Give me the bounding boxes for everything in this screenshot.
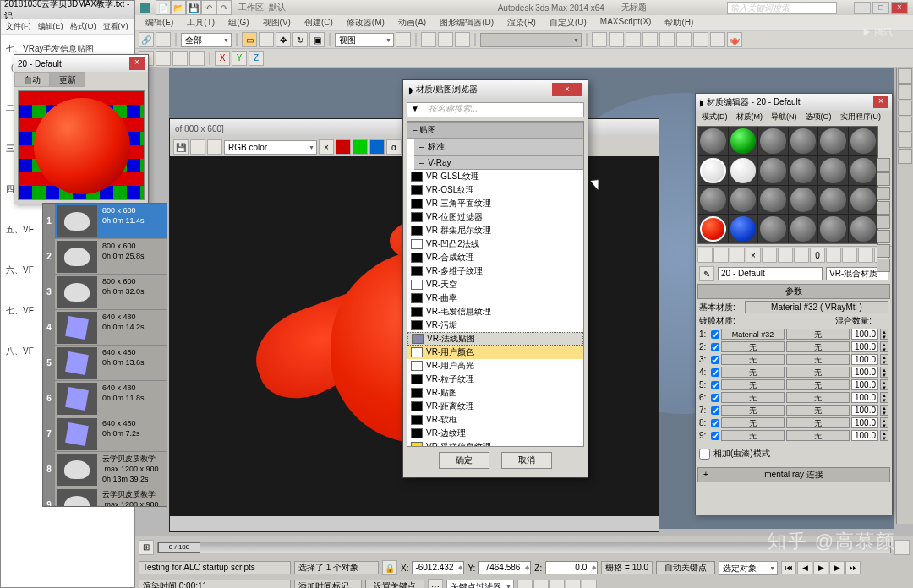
orbit-icon[interactable] — [566, 580, 581, 588]
blend-map-button[interactable]: 无 — [786, 430, 850, 441]
map-item[interactable]: VR-天空 — [407, 278, 583, 291]
map-item[interactable]: VR-边纹理 — [407, 427, 583, 440]
show-map-icon[interactable] — [826, 248, 841, 263]
menu-graph[interactable]: 图形编辑器(D) — [433, 15, 500, 30]
material-slot[interactable] — [698, 186, 728, 215]
select-icon[interactable]: ▭ — [242, 32, 257, 47]
help-search-input[interactable]: 输入关键词搜索 — [727, 2, 837, 14]
snap4-icon[interactable] — [189, 51, 205, 66]
axis-x-icon[interactable]: X — [215, 51, 230, 66]
blend-amount-input[interactable]: 100.0 — [851, 354, 878, 365]
map-item[interactable]: VR-毛发信息纹理 — [407, 305, 583, 318]
material-slot[interactable] — [758, 215, 788, 243]
blend-enable-checkbox[interactable] — [711, 368, 719, 377]
coat-material-button[interactable]: 无 — [721, 341, 785, 352]
notepad-menu-file[interactable]: 文件(F) — [3, 19, 35, 34]
rollout-mentalray[interactable]: + mental ray 连接 — [697, 467, 890, 482]
material-slot[interactable] — [818, 127, 848, 155]
map-item[interactable]: VR-合成纹理 — [407, 251, 583, 264]
setkey-button[interactable]: 设置关键点 — [365, 580, 424, 588]
select-by-mat-icon[interactable] — [877, 259, 890, 272]
maximize-button[interactable]: □ — [872, 2, 889, 14]
coat-material-button[interactable]: 无 — [721, 405, 785, 416]
coat-material-button[interactable]: 无 — [721, 392, 785, 403]
material-slot[interactable] — [849, 127, 878, 155]
unlink-icon[interactable] — [156, 32, 171, 47]
align-icon[interactable] — [609, 32, 624, 47]
notepad-titlebar[interactable]: 20181030云学贝3DMAX教学.txt - 记 — [1, 1, 134, 19]
play-icon[interactable]: ▶ — [813, 561, 828, 574]
material-editor-icon[interactable] — [676, 32, 692, 47]
map-item[interactable]: VR-用户高光 — [407, 359, 583, 373]
menu-render[interactable]: 渲染(R) — [500, 15, 543, 30]
undo-icon[interactable]: ↶ — [201, 0, 216, 15]
browser-group-standard[interactable]: 标准 — [414, 139, 583, 155]
menu-view[interactable]: 视图(V) — [256, 15, 298, 30]
go-parent-icon[interactable] — [858, 248, 873, 263]
time-slider[interactable]: 0 / 100 — [158, 542, 200, 553]
map-item[interactable]: VR-距离纹理 — [407, 400, 583, 413]
blend-enable-checkbox[interactable] — [711, 432, 719, 440]
clone-image-icon[interactable] — [207, 139, 222, 155]
close-button[interactable]: × — [891, 2, 908, 14]
matedit-titlebar[interactable]: ◗ 材质编辑器 - 20 - Default × — [696, 94, 892, 111]
map-item[interactable]: VR-用户颜色 — [407, 346, 583, 359]
matedit-menu-mode[interactable]: 模式(D) — [697, 111, 732, 124]
matedit-close-icon[interactable]: × — [873, 96, 888, 108]
material-slot[interactable] — [818, 186, 848, 215]
app-titlebar[interactable]: 📄 📂 💾 ↶ ↷ 工作区: 默认 Autodesk 3ds Max 2014 … — [135, 0, 913, 15]
notepad-menu-edit[interactable]: 编辑(E) — [35, 19, 67, 34]
matedit-menu-material[interactable]: 材质(M) — [732, 111, 768, 124]
utilities-panel-icon[interactable] — [898, 149, 912, 164]
blend-amount-input[interactable]: 100.0 — [851, 417, 878, 428]
layers-icon[interactable] — [626, 32, 641, 47]
blend-map-button[interactable]: 无 — [786, 405, 850, 416]
make-unique-icon[interactable] — [778, 248, 793, 263]
material-slot[interactable] — [849, 215, 878, 243]
blend-amount-input[interactable]: 100.0 — [851, 367, 878, 378]
motion-panel-icon[interactable] — [898, 117, 912, 132]
menu-create[interactable]: 创建(C) — [298, 15, 340, 30]
map-item[interactable]: VR-OSL纹理 — [407, 183, 583, 197]
coat-material-button[interactable]: 无 — [721, 417, 785, 428]
material-slot[interactable] — [849, 186, 878, 215]
reset-icon[interactable]: × — [746, 248, 761, 263]
spinner-icon[interactable]: ▲▼ — [880, 392, 888, 403]
base-material-button[interactable]: Material #32 ( VRayMtl ) — [745, 301, 888, 313]
map-item[interactable]: VR-曲率 — [407, 291, 583, 305]
rollout-params[interactable]: 参数 — [697, 284, 890, 299]
blend-map-button[interactable]: 无 — [786, 354, 850, 365]
coord-y-input[interactable]: 7464.586 — [478, 561, 531, 574]
add-time-tag[interactable]: 添加时间标记 — [294, 580, 362, 588]
history-row[interactable]: 1 800 x 6000h 0m 11.4s — [43, 204, 167, 239]
history-row[interactable]: 9 云学贝皮质教学 .max 1200 x 900 0h 3m 28.4s — [43, 487, 167, 507]
put-to-scene-icon[interactable] — [713, 248, 729, 263]
material-slot[interactable] — [789, 127, 818, 155]
history-row[interactable]: 3 800 x 6000h 0m 32.0s — [43, 275, 167, 310]
blend-amount-input[interactable]: 100.0 — [851, 341, 878, 352]
map-item[interactable]: VR-污垢 — [407, 318, 583, 332]
hierarchy-panel-icon[interactable] — [898, 101, 912, 116]
blend-amount-input[interactable]: 100.0 — [851, 392, 878, 403]
timeline-tag-icon[interactable] — [894, 540, 910, 555]
menu-help[interactable]: 帮助(H) — [658, 15, 700, 30]
additive-checkbox[interactable] — [699, 449, 710, 460]
menu-edit[interactable]: 编辑(E) — [139, 15, 180, 30]
matedit-menu-util[interactable]: 实用程序(U) — [836, 111, 886, 124]
notepad-menu-format[interactable]: 格式(O) — [67, 19, 100, 34]
material-slot[interactable] — [729, 156, 758, 185]
material-slot[interactable] — [698, 127, 728, 155]
blend-amount-input[interactable]: 100.0 — [851, 379, 878, 390]
material-slot[interactable] — [758, 156, 788, 185]
coord-x-input[interactable]: -6012.432 — [412, 561, 464, 574]
menu-modifier[interactable]: 修改器(M) — [340, 15, 391, 30]
map-item[interactable]: VR-贴图 — [407, 386, 583, 400]
mat-id-icon[interactable]: 0 — [810, 248, 825, 263]
map-item[interactable]: VR-凹凸2法线 — [407, 237, 583, 251]
open-icon[interactable]: 📂 — [171, 0, 186, 15]
clear-icon[interactable]: × — [319, 139, 334, 155]
options-icon[interactable] — [877, 244, 890, 258]
matsample-close-icon[interactable]: × — [129, 57, 145, 70]
zoom-icon[interactable] — [533, 580, 549, 588]
material-slot[interactable] — [698, 156, 728, 185]
